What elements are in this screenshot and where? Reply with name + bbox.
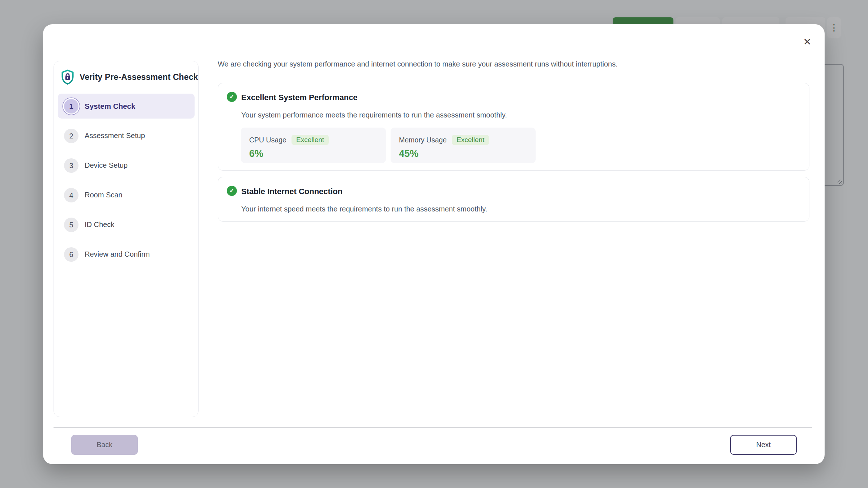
step-number: 3	[64, 158, 78, 173]
stat-value: 45%	[399, 148, 536, 159]
check-title: Stable Internet Connection	[241, 187, 342, 196]
stat-label: Memory Usage	[399, 136, 447, 144]
step-number: 4	[64, 188, 78, 202]
internet-connection-card: ✓ Stable Internet Connection Your intern…	[218, 177, 809, 222]
step-label: Device Setup	[85, 161, 128, 170]
status-badge: Excellent	[292, 135, 329, 145]
next-button[interactable]: Next	[730, 435, 797, 455]
check-circle-icon: ✓	[227, 186, 237, 196]
step-label: System Check	[85, 102, 135, 111]
brand-header: Verity Pre-Assessment Check	[60, 69, 198, 85]
step-label: ID Check	[85, 221, 114, 229]
check-description: Your system performance meets the requir…	[241, 111, 507, 119]
stat-value: 6%	[249, 148, 386, 159]
status-badge: Excellent	[452, 135, 489, 145]
cpu-usage-stat: CPU Usage Excellent 6%	[241, 128, 386, 163]
step-room-scan[interactable]: 4 Room Scan	[58, 183, 195, 207]
steps-sidebar: Verity Pre-Assessment Check 1 System Che…	[54, 61, 199, 417]
step-number: 6	[64, 247, 78, 262]
check-circle-icon: ✓	[227, 92, 237, 102]
system-performance-card: ✓ Excellent System Performance Your syst…	[218, 83, 809, 171]
footer-divider	[54, 427, 812, 428]
step-system-check[interactable]: 1 System Check	[58, 94, 195, 119]
memory-usage-stat: Memory Usage Excellent 45%	[391, 128, 536, 163]
check-title: Excellent System Performance	[241, 93, 358, 102]
step-number: 5	[64, 218, 78, 232]
step-label: Review and Confirm	[85, 250, 150, 258]
pre-assessment-dialog: ✕ Verity Pre-Assessment Check	[43, 24, 825, 464]
shield-lock-icon	[60, 69, 75, 85]
step-number: 2	[64, 129, 78, 143]
stats-row: CPU Usage Excellent 6% Memory Usage Exce…	[241, 128, 536, 163]
close-button[interactable]: ✕	[801, 36, 813, 48]
check-description: Your internet speed meets the requiremen…	[241, 205, 487, 213]
intro-text: We are checking your system performance …	[218, 60, 618, 68]
step-assessment-setup[interactable]: 2 Assessment Setup	[58, 124, 195, 148]
page: ✎ Edit ⋮ ✕	[0, 0, 868, 488]
step-label: Assessment Setup	[85, 132, 145, 140]
dialog-title: Verity Pre-Assessment Check	[80, 72, 198, 82]
step-device-setup[interactable]: 3 Device Setup	[58, 153, 195, 177]
step-review-confirm[interactable]: 6 Review and Confirm	[58, 242, 195, 266]
step-id-check[interactable]: 5 ID Check	[58, 213, 195, 237]
back-button[interactable]: Back	[71, 435, 138, 455]
stat-label: CPU Usage	[249, 136, 286, 144]
step-number: 1	[64, 99, 78, 114]
step-label: Room Scan	[85, 191, 123, 199]
